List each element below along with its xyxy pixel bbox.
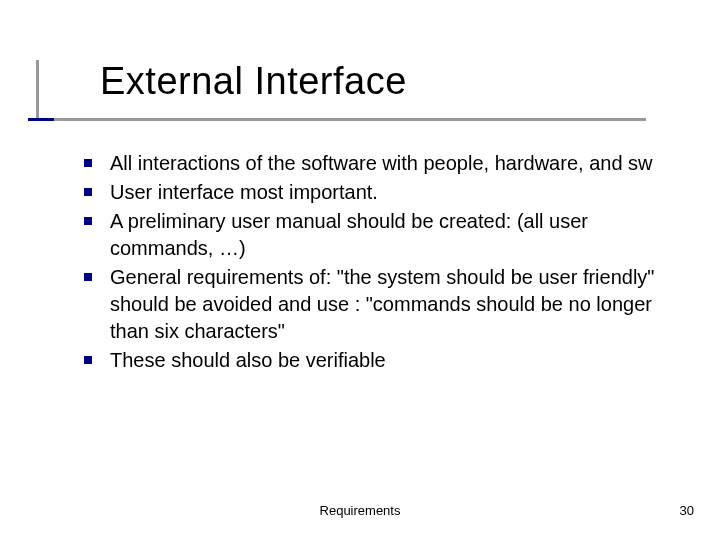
list-item: General requirements of: "the system sho… [80,264,660,345]
accent-horizontal-line [36,118,646,121]
bullet-icon [84,159,92,167]
list-item: A preliminary user manual should be crea… [80,208,660,262]
bullet-text: These should also be verifiable [110,349,386,371]
accent-short-line [28,118,54,121]
page-number: 30 [680,503,694,518]
bullet-icon [84,273,92,281]
accent-vertical-line [36,60,39,118]
bullet-icon [84,217,92,225]
footer-label: Requirements [0,503,720,518]
bullet-icon [84,188,92,196]
list-item: These should also be verifiable [80,347,660,374]
bullet-icon [84,356,92,364]
bullet-text: All interactions of the software with pe… [110,152,653,174]
slide: External Interface All interactions of t… [0,0,720,540]
list-item: User interface most important. [80,179,660,206]
list-item: All interactions of the software with pe… [80,150,660,177]
bullet-list: All interactions of the software with pe… [80,150,660,374]
slide-title: External Interface [100,60,407,103]
slide-body: All interactions of the software with pe… [80,150,660,376]
bullet-text: General requirements of: "the system sho… [110,266,654,342]
bullet-text: User interface most important. [110,181,378,203]
bullet-text: A preliminary user manual should be crea… [110,210,588,259]
